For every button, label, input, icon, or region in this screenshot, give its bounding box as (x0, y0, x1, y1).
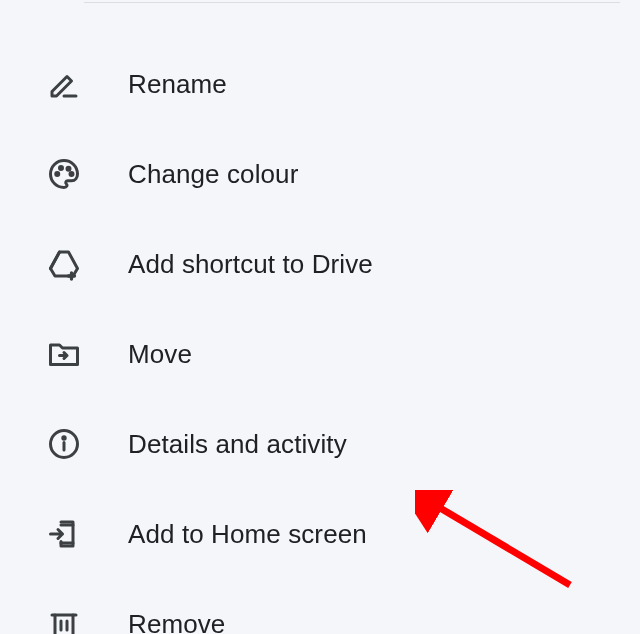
menu-item-details-and-activity[interactable]: Details and activity (44, 399, 620, 489)
menu-item-label: Move (128, 339, 192, 370)
svg-point-0 (56, 173, 59, 176)
rename-icon (44, 64, 84, 104)
menu-item-label: Details and activity (128, 429, 347, 460)
menu-item-label: Change colour (128, 159, 298, 190)
menu-list: Rename Change colour (44, 3, 620, 634)
folder-move-icon (44, 334, 84, 374)
menu-item-change-colour[interactable]: Change colour (44, 129, 620, 219)
menu-item-label: Rename (128, 69, 227, 100)
menu-item-add-shortcut-to-drive[interactable]: Add shortcut to Drive (44, 219, 620, 309)
info-icon (44, 424, 84, 464)
menu-item-label: Add to Home screen (128, 519, 367, 550)
menu-item-label: Add shortcut to Drive (128, 249, 373, 280)
svg-point-3 (70, 173, 73, 176)
menu-item-remove[interactable]: Remove (44, 579, 620, 634)
drive-shortcut-icon (44, 244, 84, 284)
add-to-home-screen-icon (44, 514, 84, 554)
context-menu: Rename Change colour (0, 0, 640, 634)
menu-item-move[interactable]: Move (44, 309, 620, 399)
svg-point-2 (67, 167, 70, 170)
palette-icon (44, 154, 84, 194)
menu-item-add-to-home-screen[interactable]: Add to Home screen (44, 489, 620, 579)
trash-icon (44, 604, 84, 634)
menu-item-rename[interactable]: Rename (44, 39, 620, 129)
menu-item-label: Remove (128, 609, 225, 635)
svg-point-1 (60, 167, 63, 170)
svg-point-6 (63, 437, 65, 439)
